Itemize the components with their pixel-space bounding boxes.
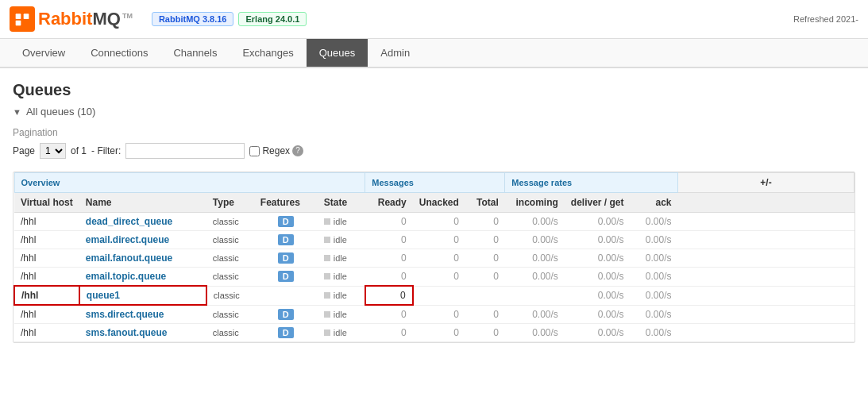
td-ready: 0 <box>365 324 413 342</box>
th-ready: Ready <box>365 193 413 213</box>
content: Queues ▼ All queues (10) Pagination Page… <box>0 68 868 356</box>
th-vhost: Virtual host <box>14 193 79 213</box>
td-ready: 0 <box>365 268 413 287</box>
table-row: /hhl sms.direct.queue classic D idle 0 0… <box>14 305 854 324</box>
th-name: Name <box>79 193 206 213</box>
td-spacer <box>678 305 854 324</box>
td-unacked: 0 <box>413 249 465 268</box>
td-state: idle <box>318 268 365 287</box>
td-vhost: /hhl <box>14 305 79 324</box>
pagination-row: Page 1 of 1 - Filter: Regex ? <box>13 143 855 159</box>
state-idle: idle <box>324 253 359 263</box>
td-name[interactable]: sms.fanout.queue <box>79 324 206 342</box>
td-name[interactable]: queue1 <box>79 286 206 305</box>
nav-exchanges[interactable]: Exchanges <box>230 39 306 67</box>
td-spacer <box>678 249 854 268</box>
td-type: classic <box>206 231 254 249</box>
td-incoming: 0.00/s <box>505 249 565 268</box>
help-icon[interactable]: ? <box>292 145 303 156</box>
table-column-header-row: Virtual host Name Type Features State Re… <box>14 193 854 213</box>
td-name[interactable]: email.direct.queue <box>79 231 206 249</box>
td-incoming: 0.00/s <box>505 213 565 231</box>
td-ack: 0.00/s <box>631 249 678 268</box>
td-state: idle <box>318 324 365 342</box>
td-total: 0 <box>465 305 505 324</box>
td-deliver: 0.00/s <box>565 249 631 268</box>
nav-queues[interactable]: Queues <box>307 39 368 67</box>
queue-name-link[interactable]: sms.fanout.queue <box>86 327 168 338</box>
of-label: of 1 <box>71 145 87 156</box>
state-dot-icon <box>324 255 330 261</box>
feature-badge: D <box>278 271 294 282</box>
feature-badge: D <box>278 234 294 245</box>
td-spacer <box>678 231 854 249</box>
td-state: idle <box>318 286 365 305</box>
feature-badge: D <box>278 309 294 320</box>
nav-overview[interactable]: Overview <box>10 39 78 67</box>
nav-channels[interactable]: Channels <box>160 39 230 67</box>
queue-name-link[interactable]: dead_direct_queue <box>86 216 172 227</box>
th-messages: Messages <box>365 173 505 193</box>
state-idle: idle <box>324 310 359 319</box>
td-vhost: /hhl <box>14 268 79 287</box>
queue-name-link[interactable]: email.fanout.queue <box>86 252 172 264</box>
page-label: Page <box>13 145 35 156</box>
td-total: 0 <box>465 213 505 231</box>
nav: Overview Connections Channels Exchanges … <box>0 39 868 68</box>
td-total: 0 <box>465 268 505 287</box>
td-deliver: 0.00/s <box>565 324 631 342</box>
td-unacked: 0 <box>413 324 465 342</box>
page-select[interactable]: 1 <box>40 143 66 159</box>
th-features: Features <box>254 193 318 213</box>
td-unacked: 0 <box>413 305 465 324</box>
regex-section: Regex ? <box>249 145 303 156</box>
th-total: Total <box>465 193 505 213</box>
td-type: classic <box>206 213 254 231</box>
logo-icon <box>10 6 35 32</box>
filter-input[interactable] <box>125 143 245 159</box>
table-row: /hhl sms.fanout.queue classic D idle 0 0… <box>14 324 854 342</box>
td-incoming: 0.00/s <box>505 268 565 287</box>
regex-checkbox[interactable] <box>249 146 260 156</box>
section-header-text: All queues (10) <box>26 106 95 118</box>
td-name[interactable]: dead_direct_queue <box>79 213 206 231</box>
svg-rect-2 <box>16 21 21 26</box>
nav-connections[interactable]: Connections <box>78 39 160 67</box>
rabbitmq-version-badge: RabbitMQ 3.8.16 <box>152 12 234 26</box>
td-ack: 0.00/s <box>631 305 678 324</box>
queue-name-link[interactable]: email.topic.queue <box>86 271 166 282</box>
td-features: D <box>254 213 318 231</box>
plus-minus-btn[interactable]: +/- <box>678 173 854 193</box>
td-deliver: 0.00/s <box>565 213 631 231</box>
th-ack: ack <box>631 193 678 213</box>
state-dot-icon <box>324 218 330 225</box>
nav-admin[interactable]: Admin <box>368 39 422 67</box>
version-badges: RabbitMQ 3.8.16 Erlang 24.0.1 <box>152 12 307 26</box>
td-spacer <box>678 286 854 305</box>
td-features <box>254 286 318 305</box>
td-total: 0 <box>465 324 505 342</box>
th-deliver: deliver / get <box>565 193 631 213</box>
state-dot-icon <box>324 237 330 243</box>
th-incoming: incoming <box>505 193 565 213</box>
table-row: /hhl dead_direct_queue classic D idle 0 … <box>14 213 854 231</box>
td-ready: 0 <box>365 305 413 324</box>
td-ack: 0.00/s <box>631 324 678 342</box>
td-deliver: 0.00/s <box>565 268 631 287</box>
td-type: classic <box>206 286 254 305</box>
td-vhost: /hhl <box>14 324 79 342</box>
queue-name-link[interactable]: email.direct.queue <box>86 234 169 245</box>
table-row: /hhl email.topic.queue classic D idle 0 … <box>14 268 854 287</box>
td-name[interactable]: email.topic.queue <box>79 268 206 287</box>
svg-rect-1 <box>24 13 29 19</box>
td-unacked <box>413 286 465 305</box>
pagination-label: Pagination <box>13 127 855 138</box>
erlang-version-badge: Erlang 24.0.1 <box>238 12 307 26</box>
td-state: idle <box>318 305 365 324</box>
td-name[interactable]: email.fanout.queue <box>79 249 206 268</box>
th-type: Type <box>206 193 254 213</box>
queue-name-link[interactable]: sms.direct.queue <box>86 309 164 320</box>
queue-name-link[interactable]: queue1 <box>87 290 120 301</box>
section-header[interactable]: ▼ All queues (10) <box>13 106 855 118</box>
td-name[interactable]: sms.direct.queue <box>79 305 206 324</box>
